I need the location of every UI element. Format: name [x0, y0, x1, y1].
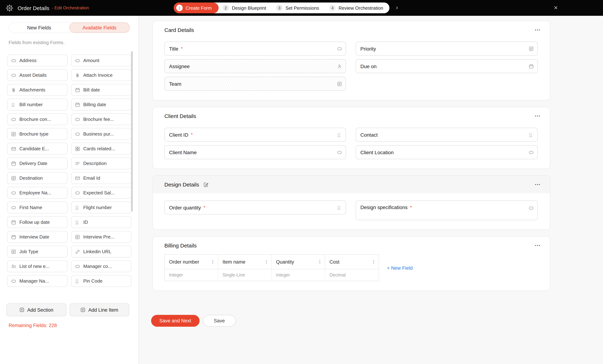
stepper-step[interactable]: 3 Set Permissions [272, 2, 325, 13]
field-chip[interactable]: Amount [71, 55, 131, 66]
new-field-link[interactable]: + New Field [387, 265, 413, 271]
field-chip-label: Destination [19, 175, 43, 181]
single-line-icon [11, 190, 16, 195]
field-chip-label: Flight number [83, 205, 112, 210]
table-header-row: Order number Item name Quantity [165, 255, 379, 269]
field-chip-label: Delivery Date [19, 161, 47, 166]
field-chip[interactable]: 1234 ID [71, 216, 131, 228]
field-chip[interactable]: Manager Na... [7, 275, 68, 287]
list-icon [11, 176, 16, 181]
field-chip[interactable]: Interview Date [7, 231, 68, 243]
field-chip-label: Description [83, 161, 107, 166]
field-chip[interactable]: Candidate E... [7, 143, 68, 154]
field-chip[interactable]: 1234 Flight number [71, 201, 131, 213]
field-chip[interactable]: 1234 Bill number [7, 99, 68, 110]
section-header: Client Details [153, 107, 550, 119]
field-chip-label: Candidate E... [19, 146, 49, 151]
kebab-icon[interactable] [317, 259, 322, 264]
single-line-icon [75, 117, 80, 122]
chevron-right-icon[interactable] [395, 6, 399, 10]
field-title[interactable]: Title* [164, 42, 346, 55]
field-chip[interactable]: 1234 Pin Code [71, 275, 131, 287]
field-chip[interactable]: Asset Details [7, 69, 68, 81]
field-order-quantity[interactable]: Order quantity* 1234 [164, 200, 346, 214]
column-type-cell: Single-Line [218, 269, 272, 281]
field-chip[interactable]: Brochure fee... [71, 113, 131, 125]
save-button[interactable]: Save [203, 315, 236, 327]
field-contact[interactable]: Contact 1234 [356, 128, 538, 142]
field-chip[interactable]: Follow up date [7, 216, 68, 228]
calendar-icon [75, 87, 80, 92]
field-priority[interactable]: Priority [356, 42, 538, 55]
field-chip[interactable]: Job Type [7, 246, 68, 257]
close-icon[interactable] [554, 5, 558, 10]
tab-new-fields[interactable]: New Fields [9, 22, 69, 33]
ellipsis-icon[interactable] [534, 181, 541, 188]
field-chip[interactable]: Cards related... [71, 143, 131, 154]
step-number: 1 [176, 5, 183, 11]
kebab-icon[interactable] [264, 259, 269, 264]
stepper-step[interactable]: 1 Create Form [174, 2, 219, 13]
ellipsis-icon[interactable] [534, 243, 541, 249]
edit-icon[interactable] [203, 182, 208, 187]
tab-available-fields[interactable]: Available Fields [69, 22, 129, 33]
app: Order Details - Edit Orchestration 1 Cre… [0, 0, 603, 364]
field-client-id[interactable]: Client ID* 1234 [164, 128, 346, 142]
field-chip[interactable]: Expected Sal... [71, 187, 131, 199]
line-item-table: Order number Item name Quantity [164, 254, 379, 281]
stepper-step[interactable]: 2 Design Blueprint [219, 2, 272, 13]
footer-actions: Save and Next Save [151, 315, 603, 327]
plus-square-icon [19, 307, 24, 312]
field-client-location[interactable]: Client Location [356, 145, 538, 159]
table-column-header[interactable]: Item name [218, 255, 272, 269]
required-mark: * [191, 132, 193, 137]
add-section-button[interactable]: Add Section [6, 303, 66, 316]
field-chip[interactable]: Delivery Date [7, 157, 68, 169]
field-chip[interactable]: Business pur... [71, 128, 131, 140]
form-canvas: Card Details Title* Priority Assignee [139, 16, 603, 364]
field-chip[interactable]: Attachments [7, 84, 68, 96]
ellipsis-icon[interactable] [534, 113, 541, 119]
table-column-header[interactable]: Quantity [272, 255, 325, 269]
field-chip[interactable]: Brochure type [7, 128, 68, 140]
topbar: Order Details - Edit Orchestration 1 Cre… [0, 0, 603, 16]
sidebar-scrollbar[interactable] [131, 51, 133, 212]
field-chip[interactable]: First Name [7, 201, 68, 213]
field-chip[interactable]: Bill date [71, 84, 131, 96]
field-chip[interactable]: Attach Invoice [71, 69, 131, 81]
field-chip[interactable]: Billing date [71, 99, 131, 110]
kebab-icon[interactable] [371, 259, 376, 264]
field-assignee[interactable]: Assignee [164, 59, 346, 73]
field-client-name[interactable]: Client Name [164, 145, 346, 159]
field-chip[interactable]: List of new e... [7, 260, 68, 272]
required-mark: * [181, 46, 183, 51]
field-team[interactable]: Team [164, 77, 346, 91]
section-title: Client Details [164, 113, 196, 119]
cards-icon [75, 146, 80, 151]
field-design-specifications[interactable]: Design specifications* [356, 200, 538, 220]
field-chip[interactable]: Description [71, 157, 131, 169]
field-chip[interactable]: Interview Pre... [71, 231, 131, 243]
calendar-icon [75, 102, 80, 107]
ellipsis-icon[interactable] [534, 27, 541, 33]
stepper-step[interactable]: 4 Review Orchestration [325, 2, 389, 13]
column-label: Cost [329, 259, 339, 265]
field-chip[interactable]: Destination [7, 172, 68, 184]
field-chip[interactable]: Address [7, 55, 68, 66]
table-column-header[interactable]: Cost [325, 255, 379, 269]
remaining-fields-counter: Remaining Fields: 228 [9, 323, 57, 328]
svg-text:34: 34 [75, 281, 78, 284]
link-icon [75, 249, 80, 254]
field-due-on[interactable]: Due on [356, 59, 538, 73]
field-chip[interactable]: Brochure con... [7, 113, 68, 125]
field-chip[interactable]: Email Id [71, 172, 131, 184]
save-and-next-button[interactable]: Save and Next [151, 315, 199, 327]
field-chip[interactable]: Manager co... [71, 260, 131, 272]
field-label: Assignee [169, 63, 190, 69]
field-chip[interactable]: Employee Na... [7, 187, 68, 199]
kebab-icon[interactable] [210, 259, 215, 264]
field-chip[interactable]: Linkedin URL [71, 246, 131, 257]
single-line-icon [529, 206, 534, 210]
add-line-item-button[interactable]: Add Line Item [70, 303, 129, 316]
table-column-header[interactable]: Order number [165, 255, 218, 269]
